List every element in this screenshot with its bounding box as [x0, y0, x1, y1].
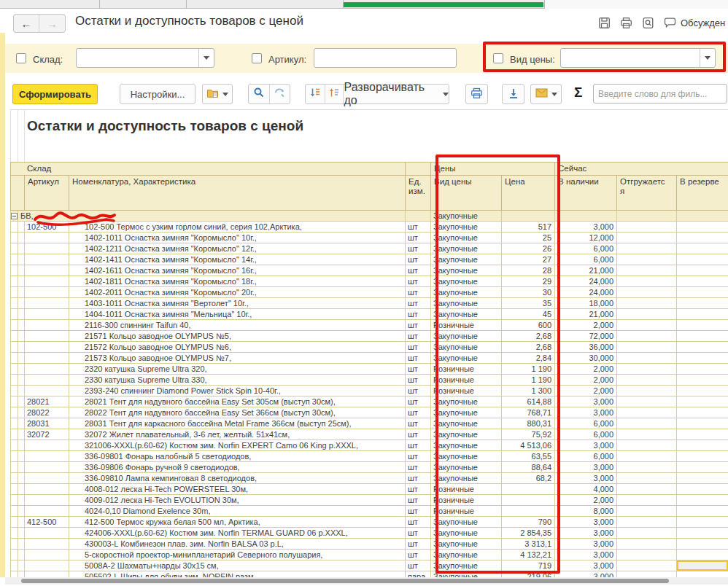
shipping-cell[interactable]: [617, 342, 677, 353]
price-cell[interactable]: [502, 484, 555, 495]
article-cell[interactable]: 102-500: [25, 222, 69, 233]
unit-cell[interactable]: шт: [406, 429, 431, 440]
expand-cell[interactable]: [18, 222, 25, 233]
nomenclature-cell[interactable]: 321006-XXXL(р.60-62) Костюм зим. Norfin …: [69, 440, 406, 451]
price-type-cell[interactable]: Розничные: [431, 375, 502, 386]
unit-cell[interactable]: шт: [406, 473, 431, 484]
price-type-cell[interactable]: Закупочные: [431, 429, 502, 440]
price-cell[interactable]: 28: [502, 265, 555, 276]
find-next-button[interactable]: [269, 85, 290, 103]
price-cell[interactable]: 88,64: [502, 462, 555, 473]
in-stock-cell[interactable]: 21,000: [555, 309, 617, 320]
forward-button[interactable]: →: [39, 15, 65, 32]
shipping-cell[interactable]: [617, 309, 677, 320]
price-type-cell[interactable]: Розничные: [431, 386, 502, 396]
expand-cell[interactable]: [11, 473, 18, 484]
in-stock-cell[interactable]: 12,000: [555, 233, 617, 243]
unit-cell[interactable]: шт: [406, 440, 431, 451]
price-type-cell[interactable]: Закупочные: [431, 342, 502, 353]
warehouse-group-cell[interactable]: БВ,: [18, 211, 406, 222]
article-cell[interactable]: [25, 243, 69, 254]
article-cell[interactable]: [25, 342, 69, 353]
sort-descending-button[interactable]: [306, 85, 325, 103]
expand-cell[interactable]: [11, 254, 18, 265]
price-cell[interactable]: 26: [502, 243, 555, 254]
shipping-cell[interactable]: [617, 265, 677, 276]
shipping-cell[interactable]: [617, 298, 677, 309]
reserved-cell[interactable]: [677, 233, 728, 243]
sum-totals-button[interactable]: Σ: [574, 85, 582, 101]
shipping-cell[interactable]: [617, 517, 677, 528]
in-stock-cell[interactable]: 3,000: [555, 560, 617, 571]
sort-ascending-button[interactable]: [325, 85, 344, 103]
price-type-header-cell[interactable]: Вид цены: [431, 176, 502, 211]
reserved-cell[interactable]: [677, 375, 728, 386]
expand-cell[interactable]: [11, 342, 18, 353]
nomenclature-header-cell[interactable]: Номенклатура, Характеристика: [69, 176, 406, 211]
unit-cell[interactable]: пара: [406, 571, 431, 578]
unit-cell[interactable]: шт: [406, 276, 431, 287]
expand-cell[interactable]: [11, 528, 18, 539]
article-cell[interactable]: 28031: [25, 418, 69, 429]
reserved-cell[interactable]: [677, 473, 728, 484]
shipping-cell[interactable]: [617, 364, 677, 375]
expand-cell[interactable]: [18, 386, 25, 396]
nomenclature-cell[interactable]: 1402-1411 Оснастка зимняя "Коромысло" 14…: [69, 254, 406, 265]
price-type-cell[interactable]: Закупочные: [431, 331, 502, 342]
shipping-cell[interactable]: [617, 571, 677, 578]
expand-cell[interactable]: [11, 418, 18, 429]
article-cell[interactable]: 32072: [25, 429, 69, 440]
article-cell[interactable]: [25, 375, 69, 386]
price-type-cell[interactable]: Закупочные: [431, 407, 502, 418]
shipping-cell[interactable]: [617, 233, 677, 243]
price-type-cell[interactable]: Закупочные: [431, 539, 502, 550]
nomenclature-cell[interactable]: 4008-012 леска Hi-Tech POWERSTEEL 30м,: [69, 484, 406, 495]
shipping-cell[interactable]: [617, 375, 677, 386]
price-cell[interactable]: 4 513,06: [502, 440, 555, 451]
price-cell[interactable]: 768,71: [502, 407, 555, 418]
price-type-cell[interactable]: Закупочные: [431, 309, 502, 320]
shipping-cell[interactable]: [617, 473, 677, 484]
reserved-cell[interactable]: [677, 517, 728, 528]
expand-cell[interactable]: [18, 539, 25, 550]
price-cell[interactable]: 4 132,21: [502, 550, 555, 560]
in-stock-cell[interactable]: 36,000: [555, 342, 617, 353]
reserved-cell[interactable]: [677, 320, 728, 331]
expand-cell[interactable]: [18, 320, 25, 331]
quick-filter-input[interactable]: [593, 84, 727, 103]
price-cell[interactable]: 35: [502, 298, 555, 309]
nomenclature-cell[interactable]: 28031 Тент для каркасного бассейна Metal…: [69, 418, 406, 429]
expand-cell[interactable]: [11, 287, 18, 298]
shipping-cell[interactable]: [617, 396, 677, 407]
price-type-cell[interactable]: Закупочные: [431, 451, 502, 462]
price-cell[interactable]: 30: [502, 287, 555, 298]
nomenclature-cell[interactable]: 2393-240 спиннинг Diamond Power Stick Sp…: [69, 386, 406, 396]
expand-cell[interactable]: [11, 309, 18, 320]
expand-cell[interactable]: [18, 517, 25, 528]
shipping-cell[interactable]: [617, 539, 677, 550]
expand-cell[interactable]: [18, 528, 25, 539]
article-cell[interactable]: [25, 309, 69, 320]
reserved-cell[interactable]: [677, 265, 728, 276]
reserved-cell[interactable]: [677, 484, 728, 495]
price-cell[interactable]: [502, 211, 555, 222]
expand-cell[interactable]: [11, 298, 18, 309]
shipping-cell[interactable]: [617, 451, 677, 462]
unit-cell[interactable]: шт: [406, 233, 431, 243]
article-input[interactable]: [314, 48, 457, 68]
unit-cell[interactable]: шт: [406, 550, 431, 560]
unit-cell[interactable]: шт: [406, 331, 431, 342]
expand-cell[interactable]: [11, 440, 18, 451]
expand-cell[interactable]: [18, 418, 25, 429]
article-cell[interactable]: [25, 571, 69, 578]
shipping-cell[interactable]: [617, 386, 677, 396]
in-stock-cell[interactable]: 3,000: [555, 539, 617, 550]
price-type-cell[interactable]: Закупочные: [431, 418, 502, 429]
price-type-cell[interactable]: Закупочные: [431, 550, 502, 560]
shipping-cell[interactable]: [617, 276, 677, 287]
article-cell[interactable]: [25, 233, 69, 243]
shipping-cell[interactable]: [617, 243, 677, 254]
expand-cell[interactable]: [11, 243, 18, 254]
in-stock-cell[interactable]: 3,000: [555, 462, 617, 473]
article-cell[interactable]: [25, 331, 69, 342]
